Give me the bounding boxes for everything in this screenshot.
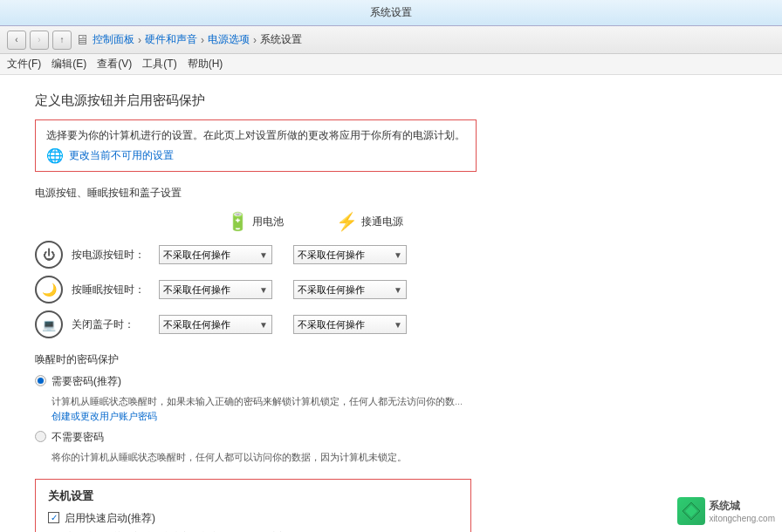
power-button-row: ⏻ 按电源按钮时： 不采取任何操作 ▼ 不采取任何操作 ▼ <box>35 241 747 269</box>
power-icon: ⚡ <box>336 211 358 232</box>
lid-battery-value: 不采取任何操作 <box>163 318 230 331</box>
change-settings-button[interactable]: 🌐 更改当前不可用的设置 <box>46 147 465 164</box>
change-settings-label: 更改当前不可用的设置 <box>69 148 174 163</box>
home-icon: 🖥 <box>75 32 89 48</box>
require-password-radio[interactable] <box>35 375 46 386</box>
require-password-label: 需要密码(推荐) <box>51 374 121 389</box>
sleep-battery-arrow: ▼ <box>259 285 268 295</box>
fast-boot-label: 启用快速启动(推荐) <box>65 511 155 526</box>
no-password-radio[interactable] <box>35 431 46 442</box>
shutdown-section: 关机设置 ✓ 启用快速启动(推荐) 这有助于在关机之后更快地启动电脑，不会影响重… <box>35 479 471 532</box>
power-battery-dropdown[interactable]: 不采取任何操作 ▼ <box>159 245 272 264</box>
no-password-label: 不需要密码 <box>51 430 104 445</box>
breadcrumb-current: 系统设置 <box>260 32 302 47</box>
lid-ac-value: 不采取任何操作 <box>298 318 365 331</box>
battery-text: 用电池 <box>252 215 284 229</box>
watermark-logo <box>677 497 705 525</box>
menu-tools[interactable]: 工具(T) <box>142 57 176 72</box>
shutdown-title: 关机设置 <box>48 488 458 504</box>
breadcrumb: 控制面板 › 硬件和声音 › 电源选项 › 系统设置 <box>93 32 302 47</box>
sleep-battery-value: 不采取任何操作 <box>163 283 230 297</box>
menu-help[interactable]: 帮助(H) <box>188 57 223 72</box>
lid-label: 关闭盖子时： <box>72 317 150 332</box>
sleep-ac-value: 不采取任何操作 <box>298 283 365 297</box>
breadcrumb-item-1[interactable]: 控制面板 <box>93 32 134 47</box>
fast-boot-row: ✓ 启用快速启动(推荐) <box>48 511 458 526</box>
sleep-button-icon: 🌙 <box>35 276 63 304</box>
lid-row: 💻 关闭盖子时： 不采取任何操作 ▼ 不采取任何操作 ▼ <box>35 310 747 338</box>
breadcrumb-sep-1: › <box>138 34 141 46</box>
sleep-ac-dropdown[interactable]: 不采取任何操作 ▼ <box>293 280 407 299</box>
watermark-diamond-icon <box>681 501 702 522</box>
menu-file[interactable]: 文件(F) <box>7 57 41 72</box>
nav-bar: ‹ › ↑ 🖥 控制面板 › 硬件和声音 › 电源选项 › 系统设置 <box>0 26 782 54</box>
no-password-subtext: 将你的计算机从睡眠状态唤醒时，任何人都可以访问你的数据，因为计算机未锁定。 <box>51 450 470 465</box>
power-ac-dropdown[interactable]: 不采取任何操作 ▼ <box>293 245 407 264</box>
require-password-row: 需要密码(推荐) <box>35 374 747 389</box>
power-button-label: 按电源按钮时： <box>72 248 150 263</box>
lid-ac-arrow: ▼ <box>394 320 402 330</box>
power-text: 接通电源 <box>361 215 403 229</box>
up-button[interactable]: ↑ <box>52 31 72 50</box>
breadcrumb-sep-2: › <box>201 34 204 46</box>
watermark: 系统城 xitongcheng.com <box>677 497 775 525</box>
window-title: 系统设置 <box>370 5 412 20</box>
globe-icon: 🌐 <box>46 147 64 164</box>
sleep-button-row: 🌙 按睡眠按钮时： 不采取任何操作 ▼ 不采取任何操作 ▼ <box>35 276 747 304</box>
battery-header: 🔋 用电池 ⚡ 接通电源 <box>227 211 747 232</box>
lid-ac-dropdown[interactable]: 不采取任何操作 ▼ <box>293 315 407 334</box>
power-battery-arrow: ▼ <box>259 250 268 260</box>
description-box: 选择要为你的计算机进行的设置。在此页上对设置所做的更改将应用于你所有的电源计划。… <box>35 119 477 172</box>
sleep-button-label: 按睡眠按钮时： <box>72 283 150 297</box>
menu-view[interactable]: 查看(V) <box>97 57 132 72</box>
breadcrumb-item-3[interactable]: 电源选项 <box>208 32 250 47</box>
lid-icon: 💻 <box>35 310 63 338</box>
password-section: 唤醒时的密码保护 需要密码(推荐) 计算机从睡眠状态唤醒时，如果未输入正确的密码… <box>35 352 747 465</box>
lid-battery-arrow: ▼ <box>259 320 268 330</box>
power-ac-arrow: ▼ <box>394 250 402 260</box>
sleep-battery-dropdown[interactable]: 不采取任何操作 ▼ <box>159 280 272 299</box>
section-title: 电源按钮、睡眠按钮和盖子设置 <box>35 186 747 201</box>
sleep-ac-arrow: ▼ <box>394 285 402 295</box>
content-area: 定义电源按钮并启用密码保护 选择要为你的计算机进行的设置。在此页上对设置所做的更… <box>0 75 782 532</box>
menu-edit[interactable]: 编辑(E) <box>51 57 86 72</box>
battery-label: 🔋 用电池 <box>227 211 284 232</box>
menu-bar: 文件(F) 编辑(E) 查看(V) 工具(T) 帮助(H) <box>0 54 782 75</box>
page-title: 定义电源按钮并启用密码保护 <box>35 92 747 109</box>
watermark-text: 系统城 xitongcheng.com <box>709 499 775 523</box>
lid-battery-dropdown[interactable]: 不采取任何操作 ▼ <box>159 315 272 334</box>
password-section-title: 唤醒时的密码保护 <box>35 352 747 367</box>
power-button-icon: ⏻ <box>35 241 63 269</box>
back-button[interactable]: ‹ <box>7 31 26 50</box>
title-bar: 系统设置 <box>0 0 782 26</box>
create-password-link[interactable]: 创建或更改用户账户密码 <box>51 411 157 421</box>
power-label: ⚡ 接通电源 <box>336 211 403 232</box>
require-password-subtext: 计算机从睡眠状态唤醒时，如果未输入正确的密码来解锁计算机锁定，任何人都无法访问你… <box>51 394 470 423</box>
power-battery-value: 不采取任何操作 <box>163 249 230 262</box>
fast-boot-checkbox[interactable]: ✓ <box>48 512 59 523</box>
description-text: 选择要为你的计算机进行的设置。在此页上对设置所做的更改将应用于你所有的电源计划。 <box>46 127 465 144</box>
breadcrumb-sep-3: › <box>253 34 257 46</box>
no-password-row: 不需要密码 <box>35 430 747 445</box>
power-ac-value: 不采取任何操作 <box>298 249 365 262</box>
breadcrumb-item-2[interactable]: 硬件和声音 <box>145 32 197 47</box>
battery-icon: 🔋 <box>227 211 249 232</box>
forward-button[interactable]: › <box>30 31 49 50</box>
